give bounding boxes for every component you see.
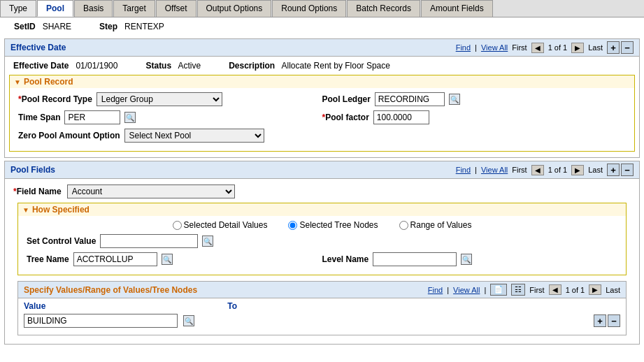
- last-label: Last: [588, 43, 603, 52]
- pool-record-type-select[interactable]: Ledger Group: [96, 92, 222, 106]
- status-label: Status: [145, 61, 171, 71]
- tree-name-search-icon[interactable]: 🔍: [162, 254, 173, 265]
- zero-pool-label: Zero Pool Amount Option: [18, 131, 120, 140]
- specify-add-btn[interactable]: +: [594, 314, 606, 327]
- effective-date-find[interactable]: Find: [456, 43, 471, 52]
- pool-fields-section: Pool Fields Find | View All First ◀ 1 of…: [4, 161, 640, 345]
- radio-range-values[interactable]: Range of Values: [399, 220, 472, 230]
- level-name-input[interactable]: [373, 252, 457, 266]
- level-name-label: Level Name: [322, 254, 369, 264]
- specify-view-all[interactable]: View All: [453, 286, 480, 294]
- step-value: RENTEXP: [124, 22, 164, 31]
- specify-export-btn[interactable]: 📄: [490, 284, 507, 296]
- radio-selected-tree-input[interactable]: [288, 221, 297, 230]
- tree-name-input[interactable]: [73, 252, 157, 266]
- tab-output-options[interactable]: Output Options: [197, 0, 272, 17]
- effective-date-add-btn[interactable]: +: [607, 41, 620, 54]
- radio-selected-detail-label: Selected Detail Values: [184, 220, 268, 230]
- set-control-input[interactable]: [100, 234, 198, 248]
- pool-fields-nav: 1 of 1: [548, 166, 568, 174]
- specify-prev-btn[interactable]: ◀: [549, 284, 561, 295]
- how-specified-subsection: ▼ How Specified Selected Detail Values S…: [17, 203, 627, 275]
- specify-remove-btn[interactable]: −: [608, 314, 620, 327]
- pool-fields-next-btn[interactable]: ▶: [571, 165, 584, 175]
- radio-selected-tree[interactable]: Selected Tree Nodes: [288, 220, 378, 230]
- tab-basis[interactable]: Basis: [74, 0, 113, 17]
- status-value: Active: [178, 61, 201, 71]
- specify-col-headers: Value To: [24, 301, 620, 311]
- specify-find[interactable]: Find: [428, 286, 443, 294]
- pool-record-subsection: ▼ Pool Record Pool Record Type Ledger Gr…: [9, 75, 635, 152]
- time-span-search-icon[interactable]: 🔍: [124, 112, 136, 123]
- set-control-label: Set Control Value: [27, 236, 96, 246]
- specify-next-btn[interactable]: ▶: [589, 284, 601, 295]
- pool-fields-body: Field Name Account ▼ How Specified Selec…: [5, 179, 639, 344]
- field-name-select[interactable]: Account: [67, 184, 235, 198]
- specify-value-search-icon[interactable]: 🔍: [183, 315, 194, 326]
- how-specified-collapse-icon[interactable]: ▼: [22, 206, 29, 214]
- pool-record-type-label: Pool Record Type: [18, 94, 92, 104]
- time-span-label: Time Span: [18, 113, 60, 122]
- pool-record-row2: Time Span 🔍 Pool factor: [18, 110, 626, 124]
- how-specified-header: ▼ How Specified: [18, 203, 626, 216]
- how-specified-title: How Specified: [32, 205, 90, 215]
- specify-value-input[interactable]: [24, 314, 178, 328]
- tab-pool[interactable]: Pool: [37, 0, 73, 17]
- how-specified-body: Selected Detail Values Selected Tree Nod…: [18, 216, 626, 275]
- effective-date-next-btn[interactable]: ▶: [571, 43, 584, 53]
- specify-grid-btn[interactable]: ☷: [511, 284, 525, 296]
- specify-first-label: First: [529, 286, 544, 294]
- radio-selected-detail-input[interactable]: [173, 221, 182, 230]
- pool-ledger-col: Pool Ledger 🔍: [322, 92, 627, 106]
- separator4: |: [484, 286, 486, 294]
- col-value-header: Value: [24, 301, 45, 311]
- field-name-row: Field Name Account: [13, 184, 631, 198]
- tab-bar: Type Pool Basis Target Offset Output Opt…: [0, 0, 644, 17]
- tab-offset[interactable]: Offset: [156, 0, 196, 17]
- how-specified-row2: Tree Name 🔍 Level Name 🔍: [27, 252, 617, 266]
- radio-range-values-input[interactable]: [399, 221, 408, 230]
- specify-values-body: Value To 🔍 + −: [18, 298, 626, 335]
- pool-fields-find[interactable]: Find: [456, 166, 471, 174]
- separator: |: [475, 43, 477, 52]
- pool-record-row3: Zero Pool Amount Option Select Next Pool: [18, 129, 626, 143]
- set-control-search-icon[interactable]: 🔍: [202, 236, 213, 247]
- pool-record-collapse-icon[interactable]: ▼: [14, 78, 21, 86]
- eff-date-label: Effective Date: [13, 61, 69, 71]
- pool-record-type-col: Pool Record Type Ledger Group: [18, 92, 322, 106]
- pool-fields-add-btn[interactable]: +: [607, 164, 620, 176]
- tab-round-options[interactable]: Round Options: [272, 0, 346, 17]
- tab-batch-records[interactable]: Batch Records: [347, 0, 420, 17]
- effective-date-section: Effective Date Find | View All First ◀ 1…: [4, 38, 640, 158]
- pool-factor-input[interactable]: [373, 110, 429, 124]
- effective-date-header: Effective Date Find | View All First ◀ 1…: [5, 39, 639, 57]
- time-span-input[interactable]: [64, 110, 120, 124]
- tab-amount-fields[interactable]: Amount Fields: [421, 0, 493, 17]
- step-label: Step: [99, 22, 117, 31]
- zero-pool-select[interactable]: Select Next Pool: [124, 129, 264, 143]
- pool-fields-view-all[interactable]: View All: [481, 166, 508, 174]
- effective-date-prev-btn[interactable]: ◀: [531, 43, 544, 53]
- tab-target[interactable]: Target: [113, 0, 155, 17]
- pool-factor-col: Pool factor: [322, 110, 627, 124]
- radio-selected-tree-label: Selected Tree Nodes: [299, 220, 378, 230]
- pool-factor-label: Pool factor: [322, 113, 369, 122]
- radio-selected-detail[interactable]: Selected Detail Values: [173, 220, 268, 230]
- radio-row: Selected Detail Values Selected Tree Nod…: [27, 220, 617, 230]
- tree-name-label: Tree Name: [27, 254, 69, 264]
- effective-date-remove-btn[interactable]: −: [621, 41, 634, 54]
- tree-name-col: Tree Name 🔍: [27, 252, 322, 266]
- pool-ledger-search-icon[interactable]: 🔍: [449, 94, 460, 105]
- pool-fields-controls: Find | View All First ◀ 1 of 1 ▶ Last + …: [456, 164, 634, 176]
- description-label: Description: [229, 61, 275, 71]
- level-name-search-icon[interactable]: 🔍: [461, 254, 472, 265]
- field-name-label: Field Name: [13, 187, 62, 196]
- pool-fields-last-label: Last: [588, 166, 603, 174]
- pool-ledger-input[interactable]: [375, 92, 445, 106]
- setid-label: SetID: [14, 22, 36, 31]
- pool-fields-remove-btn[interactable]: −: [621, 164, 634, 176]
- effective-date-view-all[interactable]: View All: [481, 43, 508, 52]
- pool-fields-prev-btn[interactable]: ◀: [531, 165, 544, 175]
- tab-type[interactable]: Type: [0, 0, 36, 17]
- effective-date-nav: 1 of 1: [548, 43, 568, 52]
